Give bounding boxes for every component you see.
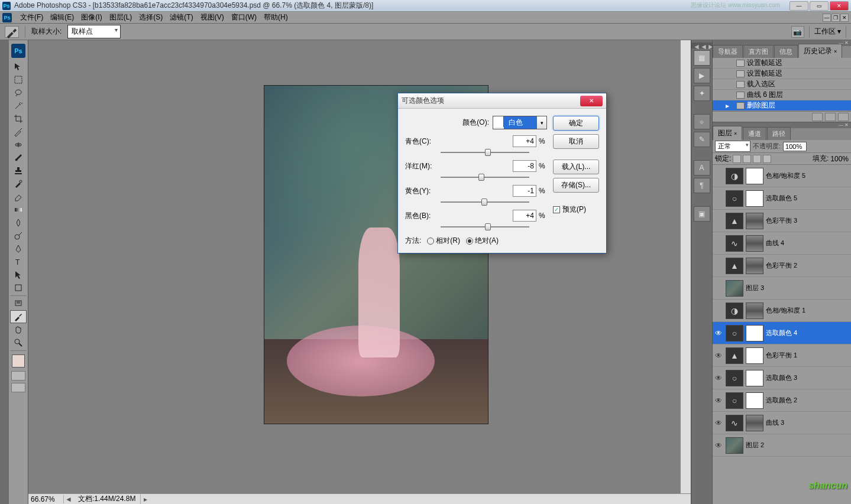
layer-thumbnail[interactable] [726, 280, 743, 297]
menu-select[interactable]: 选择(S) [135, 11, 166, 24]
lock-position-icon[interactable] [753, 155, 761, 163]
save-button[interactable]: 存储(S)... [553, 178, 599, 193]
history-item[interactable]: ▸删除图层 [713, 100, 851, 111]
load-button[interactable]: 载入(L)... [553, 160, 599, 174]
gradient-tool[interactable] [10, 203, 27, 216]
method-relative-radio[interactable]: 相对(R) [427, 236, 460, 246]
panel-btn-3[interactable]: ✦ [694, 86, 710, 101]
pen-tool[interactable] [10, 242, 27, 255]
layer-row[interactable]: ▲色彩平衡 3 [713, 210, 851, 232]
visibility-toggle-icon[interactable] [714, 306, 723, 316]
menu-window[interactable]: 窗口(W) [228, 11, 260, 24]
hand-tool[interactable] [10, 323, 27, 336]
adjustment-thumbnail-icon[interactable]: ◑ [726, 303, 743, 319]
layer-name[interactable]: 选取颜色 5 [766, 194, 797, 203]
eraser-tool[interactable] [10, 190, 27, 203]
history-item[interactable]: 载入选区 [713, 79, 851, 90]
marquee-tool[interactable] [10, 73, 27, 86]
layer-thumbnail[interactable] [726, 437, 743, 454]
maximize-button[interactable]: ▭ [810, 1, 829, 11]
layer-row[interactable]: ○选取颜色 5 [713, 187, 851, 210]
screenmode-toggle[interactable] [11, 383, 25, 392]
layer-name[interactable]: 色彩平衡 2 [766, 261, 797, 270]
layer-name[interactable]: 色彩平衡 1 [766, 351, 797, 360]
layer-mask-thumbnail[interactable] [746, 347, 763, 364]
doc-info[interactable]: 文档:1.44M/24.8M [73, 494, 141, 504]
wand-tool[interactable] [10, 99, 27, 112]
adjustment-thumbnail-icon[interactable]: ○ [726, 392, 743, 409]
layer-row[interactable]: ∿曲线 4 [713, 232, 851, 255]
layer-name[interactable]: 曲线 3 [766, 418, 784, 427]
tab-navigator[interactable]: 导航器 [713, 45, 743, 58]
adjustment-thumbnail-icon[interactable]: ∿ [726, 235, 743, 252]
lock-pixels-icon[interactable] [743, 155, 751, 163]
sample-size-dropdown[interactable]: 取样点 [67, 25, 121, 38]
ok-button[interactable]: 确定 [553, 116, 599, 131]
visibility-toggle-icon[interactable] [714, 261, 723, 271]
menu-view[interactable]: 视图(V) [197, 11, 228, 24]
tab-paths[interactable]: 路径 [767, 127, 791, 140]
adjustment-thumbnail-icon[interactable]: ○ [726, 325, 743, 342]
dialog-titlebar[interactable]: 可选颜色选项 ✕ [398, 93, 606, 109]
dodge-tool[interactable] [10, 229, 27, 242]
blur-tool[interactable] [10, 216, 27, 229]
dock-expand-icon[interactable]: ◄◄►► [691, 43, 712, 48]
layer-name[interactable]: 选取颜色 4 [766, 329, 797, 337]
layer-mask-thumbnail[interactable] [746, 415, 763, 431]
menu-layer[interactable]: 图层(L) [106, 11, 136, 24]
move-tool[interactable] [10, 60, 27, 73]
slider-track[interactable] [441, 198, 529, 206]
visibility-toggle-icon[interactable] [714, 216, 723, 226]
crop-tool[interactable] [10, 112, 27, 125]
layer-name[interactable]: 图层 2 [746, 441, 764, 450]
stamp-tool[interactable] [10, 164, 27, 177]
slider-track[interactable] [441, 173, 529, 181]
adjustment-thumbnail-icon[interactable]: ◑ [726, 168, 743, 184]
tab-history[interactable]: 历史记录× [798, 44, 842, 58]
slider-thumb[interactable] [481, 199, 487, 206]
slider-track[interactable] [441, 223, 529, 231]
layer-mask-thumbnail[interactable] [746, 213, 763, 229]
layer-row[interactable]: 👁▲色彩平衡 1 [713, 344, 851, 367]
layer-mask-thumbnail[interactable] [746, 190, 763, 207]
doc-restore-button[interactable]: ❐ [831, 14, 840, 22]
layer-row[interactable]: 👁图层 2 [713, 434, 851, 457]
layer-row[interactable]: ▲色彩平衡 2 [713, 255, 851, 277]
zoom-level[interactable]: 66.67% [28, 495, 64, 503]
layer-row[interactable]: 👁○选取颜色 2 [713, 389, 851, 412]
visibility-toggle-icon[interactable]: 👁 [714, 396, 723, 405]
visibility-toggle-icon[interactable]: 👁 [714, 329, 723, 338]
workspace-label[interactable]: 工作区 ▾ [814, 27, 841, 37]
layer-mask-thumbnail[interactable] [746, 168, 763, 184]
slider-thumb[interactable] [485, 223, 491, 230]
tab-close-icon[interactable]: × [734, 131, 737, 136]
visibility-toggle-icon[interactable] [714, 171, 723, 181]
panel-btn-2[interactable]: ▶ [694, 68, 710, 83]
close-button[interactable]: ✕ [830, 1, 849, 11]
layer-mask-thumbnail[interactable] [746, 235, 763, 252]
panel-btn-6[interactable]: A [694, 160, 710, 175]
visibility-toggle-icon[interactable] [714, 284, 723, 293]
slice-tool[interactable] [10, 125, 27, 138]
info-arrow-icon[interactable]: ▸ [141, 495, 150, 503]
eyedropper-indicator-icon[interactable] [5, 26, 19, 38]
adjustment-thumbnail-icon[interactable]: ▲ [726, 213, 743, 229]
minimize-button[interactable]: — [789, 1, 808, 11]
lock-transparency-icon[interactable] [733, 155, 741, 163]
lasso-tool[interactable] [10, 86, 27, 99]
quickmask-toggle[interactable] [11, 371, 25, 381]
layer-name[interactable]: 图层 3 [746, 284, 764, 292]
doc-minimize-button[interactable]: — [823, 14, 831, 22]
visibility-toggle-icon[interactable]: 👁 [714, 441, 723, 450]
layer-mask-thumbnail[interactable] [746, 370, 763, 386]
tab-close-icon[interactable]: × [834, 48, 837, 54]
visibility-toggle-icon[interactable]: 👁 [714, 373, 723, 383]
layer-name[interactable]: 色相/饱和度 5 [766, 171, 805, 180]
opacity-input[interactable]: 100% [783, 142, 807, 151]
vertical-scrollbar[interactable] [680, 40, 691, 493]
layer-mask-thumbnail[interactable] [746, 325, 763, 342]
blend-mode-dropdown[interactable]: 正常 [715, 141, 750, 152]
fill-input[interactable]: 100% [830, 155, 849, 163]
adjustment-thumbnail-icon[interactable]: ∿ [726, 415, 743, 431]
menu-image[interactable]: 图像(I) [77, 11, 105, 24]
